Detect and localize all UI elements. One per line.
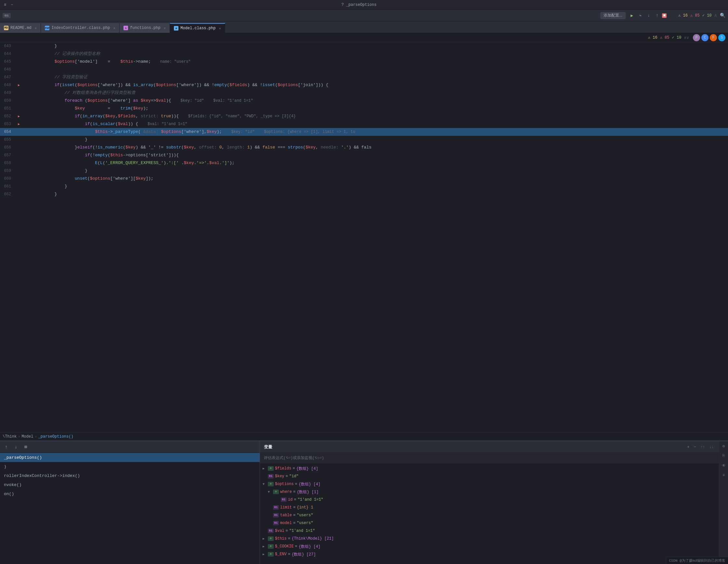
line-content-645: $options['model'] = $this->name; name: "… — [21, 58, 728, 66]
copy-icon[interactable]: ⎘ — [720, 452, 727, 459]
debug-step-into-button[interactable]: ↓ — [645, 12, 652, 19]
firefox-icon[interactable]: F — [710, 34, 717, 41]
var-name-env: $_ENV — [275, 552, 287, 557]
var-value-this: {Think\Model} [21] — [292, 536, 334, 541]
stack-item-1[interactable]: ) — [0, 462, 260, 471]
var-fields[interactable]: ▶ ≡ $fields = {数组} [4] — [260, 465, 719, 472]
window-title-bar: ≡ – ? _parseOptions — [0, 0, 728, 10]
debug-step-over-button[interactable]: ↷ — [637, 12, 644, 19]
collapse-arrows[interactable]: ∧∨ — [684, 35, 689, 40]
call-stack-up-btn[interactable]: ↑ — [3, 443, 10, 451]
call-stack-grid-btn[interactable]: ⊞ — [22, 443, 29, 451]
variables-list: ▶ ≡ $fields = {数组} [4] 01 $key = "id" — [260, 463, 719, 564]
tab-functions[interactable]: λ functions.php ✕ — [120, 23, 170, 33]
stack-item-parseoptions[interactable]: _parseOptions() — [0, 453, 260, 462]
call-stack-down-btn[interactable]: ↓ — [12, 443, 19, 451]
chrome-icon[interactable]: C — [701, 34, 709, 41]
editor-ok-badge: ✓ 10 — [672, 35, 682, 40]
code-line-658: 658 E(L('_ERROR_QUERY_EXPRESS_').':[' .$… — [0, 159, 728, 167]
var-eq-model: = — [293, 521, 295, 525]
bottom-panel: ↑ ↓ ⊞ _parseOptions() ) rollerIndexContr… — [0, 440, 728, 564]
line-num-647: 647 — [0, 75, 16, 80]
toolbar-right: 添加配置... ▶ ↷ ↓ ↑ ■ ⚠ 16 ⚠ 85 ✓ 10 ∧ 🔍 — [600, 12, 725, 19]
var-val[interactable]: 01 $val = "1'and 1=1" — [260, 527, 719, 535]
code-line-660: 660 unset($options['where'][$key]); — [0, 175, 728, 183]
var-key[interactable]: 01 $key = "id" — [260, 472, 719, 480]
var-expand-cookie[interactable]: ▶ — [263, 544, 268, 548]
var-table[interactable]: 01 table = "users" — [260, 511, 719, 519]
code-line-646: 646 — [0, 66, 728, 73]
var-model[interactable]: 01 model = "users" — [260, 519, 719, 527]
tab-model[interactable]: M Model.class.php ✕ — [170, 23, 225, 33]
safari-icon[interactable]: S — [718, 34, 725, 41]
tab-functions-close[interactable]: ✕ — [164, 26, 166, 30]
var-value-key: "id" — [289, 474, 299, 479]
var-value-table: "users" — [297, 513, 313, 518]
var-limit[interactable]: 01 limit = {int} 1 — [260, 504, 719, 511]
code-line-661: 661 } — [0, 183, 728, 190]
stack-item-on[interactable]: on() — [0, 489, 260, 498]
code-line-655: 655 } — [0, 136, 728, 144]
collapse-btn[interactable]: ∧ — [714, 13, 717, 18]
tab-readme[interactable]: MD README.md ✕ — [0, 23, 41, 33]
line-content-651: $key = trim($key); — [21, 105, 728, 112]
var-this[interactable]: ▶ ≡ $this = {Think\Model} [21] — [260, 535, 719, 543]
code-line-648: 648 ▶ if(isset($options['where']) && is_… — [0, 81, 728, 89]
breadcrumb-bar: \Think › Model › _parseOptions() — [0, 432, 728, 440]
var-id[interactable]: 01 id = "1'and 1=1" — [260, 496, 719, 504]
tab-model-close[interactable]: ✕ — [219, 26, 221, 31]
stack-item-indexcontroller[interactable]: rollerIndexController->index() — [0, 471, 260, 480]
var-expand-options[interactable]: ▼ — [263, 482, 268, 486]
phpstorm-icon[interactable]: P — [693, 34, 700, 41]
tab-indexcontroller-icon: PHP — [45, 26, 49, 30]
vars-nav-down[interactable]: ↓↓ — [708, 444, 715, 450]
search-icon[interactable]: 🔍 — [720, 13, 725, 19]
stack-item-invoke[interactable]: nvoke() — [0, 480, 260, 489]
breakpoint-652[interactable]: ▶ — [18, 114, 20, 118]
code-line-650: 650 foreach ($options['where'] as $key=>… — [0, 97, 728, 105]
line-content-648: if(isset($options['where']) && is_array(… — [21, 81, 728, 89]
tab-indexcontroller[interactable]: PHP IndexController.class.php ✕ — [41, 23, 120, 33]
var-eq-key: = — [286, 474, 288, 479]
var-expand-this[interactable]: ▶ — [263, 537, 268, 541]
var-value-where: {数组} [1] — [297, 489, 319, 495]
var-cookie[interactable]: ▶ ≡ $_COOKIE = {数组} [4] — [260, 543, 719, 550]
debug-step-out-button[interactable]: ↑ — [654, 12, 661, 19]
vars-minus-btn[interactable]: − — [693, 444, 697, 450]
var-where[interactable]: ▼ ≡ where = {数组} [1] — [260, 488, 719, 496]
side-tools: ⚙ ⎘ 👁 ≡ — [719, 441, 728, 564]
vars-add-btn[interactable]: + — [686, 444, 691, 450]
watch-bar: 评估表达式(⌥⏎)或添加监视(⌥⇧⏎) — [260, 453, 719, 463]
debug-stop-button[interactable]: ■ — [662, 13, 667, 18]
var-expand-val — [263, 529, 268, 533]
var-options[interactable]: ▼ ≡ $options = {数组} [4] — [260, 480, 719, 488]
debug-run-button[interactable]: ▶ — [628, 12, 635, 19]
panel-collapse-icon[interactable]: ≡ — [720, 472, 727, 479]
vars-nav-up[interactable]: ↑↑ — [699, 444, 706, 450]
call-stack-panel: ↑ ↓ ⊞ _parseOptions() ) rollerIndexContr… — [0, 441, 260, 564]
add-config-button[interactable]: 添加配置... — [600, 12, 626, 19]
var-expand-env[interactable]: ▶ — [263, 552, 268, 556]
watch-icon[interactable]: 👁 — [720, 462, 727, 469]
status-indicators: ⚠ 16 ⚠ 85 ✓ 10 ∧ — [678, 13, 717, 18]
var-env[interactable]: ▶ ≡ $_ENV = {数组} [27] — [260, 550, 719, 558]
line-num-650: 650 — [0, 98, 16, 103]
tab-indexcontroller-close[interactable]: ✕ — [113, 26, 115, 30]
var-name-fields: $fields — [275, 466, 291, 471]
breakpoint-653[interactable]: ▶ — [18, 122, 20, 126]
tab-readme-close[interactable]: ✕ — [35, 26, 37, 30]
line-content-643: } — [21, 42, 728, 50]
line-num-643: 643 — [0, 44, 16, 48]
window-title: ? _parseOptions — [341, 3, 376, 7]
var-name-options: $options — [275, 482, 294, 486]
var-icon-limit: 01 — [273, 505, 279, 510]
var-value-id: "1'and 1=1" — [298, 497, 323, 502]
var-eq-table: = — [293, 513, 295, 518]
settings-icon[interactable]: ⚙ — [720, 442, 727, 450]
var-name-limit: limit — [280, 505, 292, 510]
breakpoint-648[interactable]: ▶ — [18, 83, 20, 87]
breadcrumb-model: Model — [21, 434, 33, 439]
var-expand-where[interactable]: ▼ — [268, 490, 273, 494]
var-expand-fields[interactable]: ▶ — [263, 466, 268, 470]
var-expand-table — [268, 514, 273, 517]
